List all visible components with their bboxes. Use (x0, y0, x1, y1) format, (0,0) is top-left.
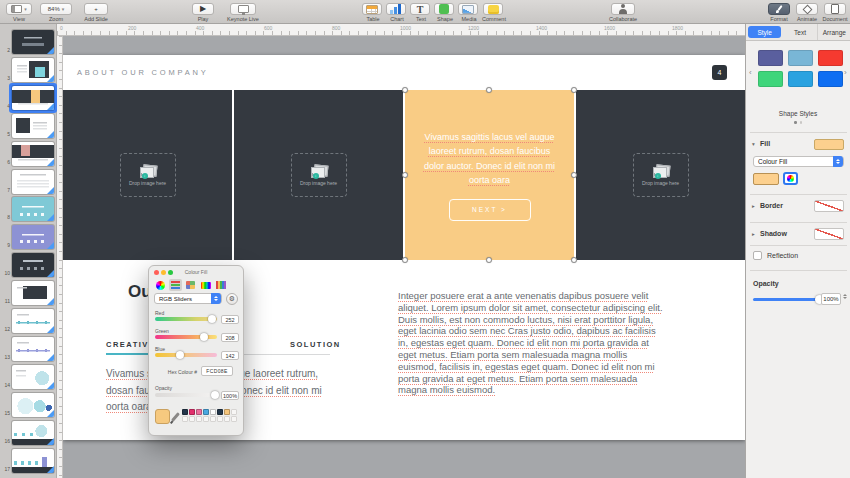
gear-icon[interactable]: ⚙ (226, 293, 238, 305)
slide-thumbnail[interactable] (12, 393, 54, 417)
text-button[interactable] (410, 3, 430, 15)
tab-text[interactable]: Text (783, 24, 817, 40)
page-dot[interactable] (794, 121, 797, 124)
slide-thumbnail[interactable] (12, 30, 54, 54)
opacity-value-field[interactable]: 100% (821, 293, 841, 305)
color-well-active[interactable] (783, 172, 798, 185)
image-cell-3[interactable]: ↓ Drop image here (576, 90, 745, 260)
pencils-tab[interactable] (214, 279, 227, 291)
body-paragraph-right[interactable]: Integer posuere erat a ante venenatis da… (398, 290, 663, 396)
color-swatch[interactable] (210, 416, 216, 422)
play-button[interactable]: ▶ (192, 3, 214, 15)
shape-button[interactable] (434, 3, 454, 15)
selection-handle[interactable] (402, 172, 408, 178)
selection-handle[interactable] (571, 257, 577, 263)
slide-thumbnail[interactable] (12, 170, 54, 194)
shape-style-swatch[interactable] (818, 50, 843, 66)
color-swatch[interactable] (182, 409, 188, 415)
disclosure-down-icon[interactable]: ▾ (752, 141, 755, 147)
collaborate-button[interactable] (611, 3, 635, 15)
border-none-swatch[interactable] (814, 200, 844, 212)
image-cell-1[interactable]: ↓ Drop image here (63, 90, 232, 260)
disclosure-right-icon[interactable]: ▸ (752, 203, 755, 209)
slide-section-title[interactable]: ABOUT OUR COMPANY (77, 68, 209, 77)
green-slider[interactable] (155, 335, 217, 339)
opacity-slider[interactable] (155, 393, 217, 397)
slide-thumbnail[interactable] (12, 114, 54, 138)
color-swatch[interactable] (231, 416, 237, 422)
color-wheel-tab[interactable] (154, 279, 167, 291)
current-color-swatch[interactable] (155, 409, 170, 424)
slide-thumbnail[interactable] (12, 142, 54, 166)
image-palette-tab[interactable] (199, 279, 212, 291)
next-styles-icon[interactable]: › (844, 68, 847, 77)
color-sliders-tab[interactable] (169, 279, 182, 291)
color-swatch[interactable] (210, 409, 216, 415)
slide-thumbnail[interactable] (12, 58, 54, 82)
image-drop-zone[interactable]: ↓ Drop image here (120, 153, 176, 197)
selection-handle[interactable] (402, 87, 408, 93)
color-swatch[interactable] (189, 416, 195, 422)
color-swatch[interactable] (217, 416, 223, 422)
blue-slider[interactable] (155, 353, 217, 357)
slide-thumbnail[interactable] (12, 337, 54, 361)
fill-color-swatch[interactable] (814, 139, 844, 150)
color-swatch[interactable] (224, 409, 230, 415)
selection-handle[interactable] (571, 87, 577, 93)
feature-panel-selected[interactable]: Vivamus sagittis lacus vel augue laoreet… (405, 90, 574, 260)
color-swatch[interactable] (189, 409, 195, 415)
opacity-value-field[interactable]: 100% (221, 391, 239, 400)
slider-thumb[interactable] (208, 315, 216, 323)
reflection-checkbox[interactable] (753, 251, 762, 260)
fill-color-chip[interactable] (753, 173, 779, 185)
format-button[interactable] (768, 3, 790, 15)
fill-type-select[interactable]: Colour Fill (753, 156, 844, 167)
color-swatch[interactable] (182, 416, 188, 422)
comment-button[interactable] (483, 3, 503, 15)
slide-thumbnail[interactable] (12, 253, 54, 277)
zoom-button[interactable]: 84% ▾ (40, 3, 72, 15)
color-palette-tab[interactable] (184, 279, 197, 291)
selection-handle[interactable] (402, 257, 408, 263)
selection-handle[interactable] (571, 172, 577, 178)
page-number-badge[interactable]: 4 (712, 65, 727, 80)
view-button[interactable]: ▾ (6, 3, 32, 15)
keynote-live-button[interactable] (230, 3, 256, 15)
table-button[interactable] (362, 3, 382, 15)
shape-style-swatch[interactable] (788, 50, 813, 66)
selection-handle[interactable] (486, 87, 492, 93)
feature-text[interactable]: Vivamus sagittis lacus vel augue laoreet… (423, 130, 557, 188)
shape-style-swatch[interactable] (788, 71, 813, 87)
red-value-field[interactable]: 252 (221, 315, 239, 324)
stepper-icon[interactable] (843, 294, 847, 299)
slider-mode-select[interactable]: RGB Sliders (154, 293, 222, 304)
color-swatch[interactable] (196, 409, 202, 415)
tab-style[interactable]: Style (748, 26, 781, 38)
media-button[interactable] (458, 3, 478, 15)
hex-colour-field[interactable]: FCD08E (201, 366, 233, 376)
next-button[interactable]: NEXT > (449, 199, 531, 221)
slide-thumbnail[interactable] (12, 309, 54, 333)
shadow-none-swatch[interactable] (814, 228, 844, 240)
color-swatch[interactable] (196, 416, 202, 422)
slide-thumbnail[interactable] (12, 197, 54, 221)
chart-button[interactable] (386, 3, 406, 15)
opacity-slider[interactable] (753, 298, 817, 301)
color-swatch[interactable] (203, 416, 209, 422)
color-swatch[interactable] (203, 409, 209, 415)
slide-thumbnail[interactable] (12, 449, 54, 473)
image-cell-2[interactable]: ↓ Drop image here (234, 90, 403, 260)
shape-style-swatch[interactable] (758, 71, 783, 87)
tab-solution[interactable]: SOLUTION (290, 340, 341, 349)
disclosure-right-icon[interactable]: ▸ (752, 231, 755, 237)
shape-style-swatch[interactable] (758, 50, 783, 66)
page-dot[interactable] (800, 121, 803, 124)
color-swatch[interactable] (224, 416, 230, 422)
add-slide-button[interactable]: + (84, 3, 108, 15)
slider-thumb[interactable] (200, 333, 208, 341)
color-swatch[interactable] (231, 409, 237, 415)
slider-thumb[interactable] (176, 351, 184, 359)
image-drop-zone[interactable]: ↓ Drop image here (291, 153, 347, 197)
image-drop-zone[interactable]: ↓ Drop image here (633, 153, 689, 197)
slide-thumbnail[interactable] (12, 86, 54, 110)
